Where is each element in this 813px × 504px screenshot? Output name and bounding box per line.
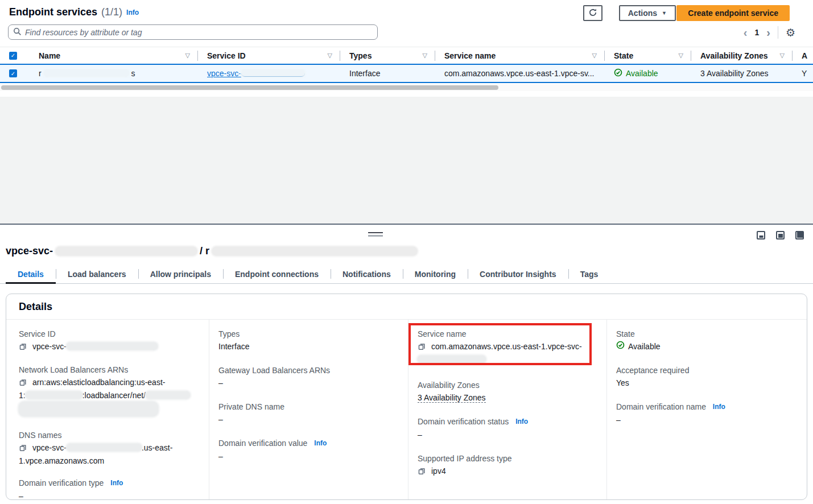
- field-label: Domain verification status: [418, 417, 509, 426]
- panel-title-name-prefix: r: [205, 245, 209, 257]
- column-label: Types: [349, 51, 372, 60]
- column-label: Name: [39, 51, 60, 60]
- tab-contributor-insights[interactable]: Contributor Insights: [468, 265, 568, 283]
- arn-line2-prefix: 1:: [19, 391, 26, 400]
- field-value: Yes: [616, 377, 795, 389]
- tab-allow-principals[interactable]: Allow principals: [138, 265, 223, 283]
- column-label: Service ID: [207, 51, 246, 60]
- actions-button-label: Actions: [628, 9, 657, 18]
- tab-notifications[interactable]: Notifications: [331, 265, 403, 283]
- name-suffix: s: [131, 69, 135, 78]
- field-value: –: [19, 490, 197, 500]
- field-value: –: [218, 414, 397, 425]
- info-link[interactable]: Info: [110, 479, 123, 487]
- availability-zones-popover-trigger[interactable]: 3 Availability Zones: [418, 393, 486, 403]
- copy-icon[interactable]: [418, 342, 426, 354]
- field-label: Types: [218, 328, 397, 340]
- cell-availability-zones: 3 Availability Zones: [691, 69, 793, 78]
- cell-name: r s: [27, 69, 198, 78]
- search-box: [8, 24, 378, 40]
- filter-sort-icon[interactable]: ▽: [592, 52, 597, 59]
- info-link[interactable]: Info: [314, 439, 327, 447]
- column-header-truncated[interactable]: A: [793, 47, 813, 64]
- header-info-link[interactable]: Info: [126, 9, 139, 16]
- tab-tags[interactable]: Tags: [568, 265, 610, 283]
- refresh-icon: [588, 8, 597, 19]
- panel-size-large-icon[interactable]: [795, 231, 804, 239]
- arn-line2-mid: :loadbalancer/net/: [82, 391, 146, 400]
- filter-sort-icon[interactable]: ▽: [679, 52, 683, 59]
- refresh-button[interactable]: [583, 5, 602, 21]
- info-link[interactable]: Info: [713, 403, 725, 411]
- field-availability-zones: Availability Zones 3 Availability Zones: [418, 379, 595, 404]
- copy-icon[interactable]: [19, 378, 27, 390]
- redacted-text: [44, 69, 129, 77]
- select-all-checkbox[interactable]: ✓: [9, 52, 17, 60]
- panel-size-small-icon[interactable]: [757, 231, 765, 239]
- filter-sort-icon[interactable]: ▽: [780, 52, 785, 59]
- horizontal-scrollbar-thumb[interactable]: [1, 85, 498, 90]
- column-header-name[interactable]: Name ▽: [27, 47, 198, 64]
- redacted-text: [241, 69, 305, 77]
- details-column-3: Service name com.amazonaws.vpce.us-east-…: [408, 320, 606, 500]
- check-icon: ✓: [11, 52, 15, 59]
- field-glb-arns: Gateway Load Balancers ARNs –: [218, 365, 397, 389]
- split-panel-drag-handle-icon[interactable]: [368, 232, 383, 237]
- page-header: Endpoint services (1/1) Info: [9, 6, 139, 18]
- gear-icon[interactable]: ⚙: [786, 27, 795, 38]
- cell-types: Interface: [340, 69, 435, 78]
- info-link[interactable]: Info: [515, 418, 528, 425]
- column-header-types[interactable]: Types ▽: [340, 47, 435, 64]
- column-header-state[interactable]: State ▽: [605, 47, 691, 64]
- column-header-availability-zones[interactable]: Availability Zones ▽: [691, 47, 793, 64]
- horizontal-scrollbar-track: [0, 84, 813, 91]
- availability-zones-popover-trigger[interactable]: 3 Availability Zones: [700, 69, 769, 78]
- field-types: Types Interface: [218, 328, 397, 353]
- create-endpoint-service-button[interactable]: Create endpoint service: [676, 5, 790, 21]
- cell-truncated: Y: [793, 69, 813, 78]
- chevron-left-icon[interactable]: ‹: [744, 27, 748, 38]
- field-acceptance-required: Acceptance required Yes: [616, 365, 795, 389]
- page-number[interactable]: 1: [754, 28, 759, 37]
- column-header-service-id[interactable]: Service ID ▽: [198, 47, 340, 64]
- filter-sort-icon[interactable]: ▽: [328, 52, 332, 59]
- table-header-row: ✓ Name ▽ Service ID ▽ Types ▽ Service na…: [0, 47, 813, 64]
- copy-icon[interactable]: [418, 466, 426, 478]
- actions-button[interactable]: Actions ▼: [619, 5, 676, 21]
- state-text: Available: [626, 69, 658, 78]
- caret-down-icon: ▼: [662, 10, 667, 16]
- panel-size-medium-icon[interactable]: [776, 231, 785, 239]
- arn-line1: arn:aws:elasticloadbalancing:us-east-: [32, 378, 165, 387]
- field-label: DNS names: [19, 429, 197, 441]
- service-id-value-prefix: vpce-svc-: [32, 342, 67, 351]
- tab-details[interactable]: Details: [6, 265, 56, 283]
- row-checkbox[interactable]: ✓: [9, 69, 17, 77]
- search-input[interactable]: [25, 28, 373, 37]
- copy-icon[interactable]: [19, 443, 27, 455]
- field-nlb-arns: Network Load Balancers ARNs arn:aws:elas…: [19, 364, 197, 419]
- tab-endpoint-connections[interactable]: Endpoint connections: [223, 265, 331, 283]
- field-dns-names: DNS names vpce-svc-.us-east- 1.vpce.amaz…: [19, 429, 197, 467]
- panel-title-separator: /: [200, 245, 203, 257]
- redacted-text: [212, 247, 417, 255]
- chevron-right-icon[interactable]: ›: [766, 27, 770, 38]
- field-label: Service name: [418, 328, 595, 340]
- service-id-link[interactable]: vpce-svc-: [207, 69, 305, 78]
- split-panel: vpce-svc- / r Details Load balancers All…: [0, 224, 813, 504]
- field-service-name: Service name com.amazonaws.vpce.us-east-…: [418, 328, 595, 366]
- dns-mid: .us-east-: [142, 443, 172, 452]
- column-header-service-name[interactable]: Service name ▽: [435, 47, 605, 64]
- tab-monitoring[interactable]: Monitoring: [403, 265, 468, 283]
- field-value: Available: [628, 341, 661, 353]
- filter-sort-icon[interactable]: ▽: [423, 52, 427, 59]
- field-label: Availability Zones: [418, 379, 595, 391]
- field-state: State Available: [616, 328, 795, 353]
- copy-icon[interactable]: [19, 342, 27, 354]
- tab-load-balancers[interactable]: Load balancers: [56, 265, 138, 283]
- field-label: Domain verification value: [218, 439, 307, 448]
- column-label: Service name: [444, 51, 496, 60]
- field-value: –: [418, 429, 595, 441]
- cell-service-name: com.amazonaws.vpce.us-east-1.vpce-sv...: [435, 69, 605, 78]
- filter-sort-icon[interactable]: ▽: [185, 52, 190, 59]
- table-row[interactable]: ✓ r s vpce-svc- Interface com.amazonaws.…: [0, 64, 813, 83]
